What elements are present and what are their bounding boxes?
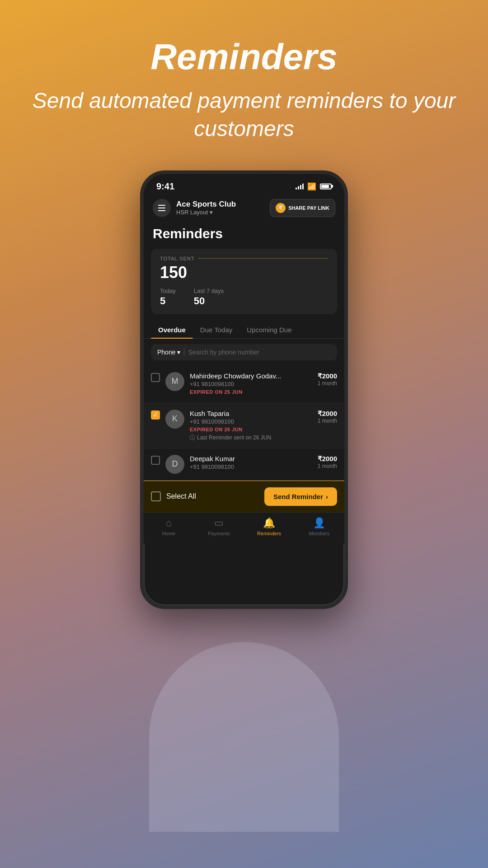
home-icon: ⌂ [166,517,172,529]
customer-1-name: Mahirdeep Chowdary Godav... [190,372,318,380]
bottom-nav: ⌂ Home ▭ Payments 🔔 Reminders 👤 Members [144,512,344,543]
chevron-down-icon: ▾ [210,209,213,216]
stat-today: Today 5 [160,288,176,307]
reminder-text: Last Reminder sent on 26 JUN [197,434,271,441]
customer-2-name: Kush Taparia [190,410,318,417]
customer-2-duration: 1 month [318,418,337,424]
today-value: 5 [160,295,176,307]
customer-2-amount: ₹2000 [318,410,337,418]
customer-3-checkbox[interactable] [151,456,160,465]
stats-divider-line [198,258,328,259]
customer-3-info: Deepak Kumar +91 9810098100 [190,455,318,472]
app-header: Ace Sports Club HSR Layout ▾ ₹ SHARE PAY… [144,195,344,222]
customer-2-phone: +91 9810098100 [190,418,318,425]
customer-2-amount-col: ₹2000 1 month [318,410,337,424]
customer-3-amount: ₹2000 [318,455,337,463]
header-left: Ace Sports Club HSR Layout ▾ [153,199,236,217]
tab-overdue[interactable]: Overdue [151,321,193,338]
nav-payments-label: Payments [208,531,230,536]
customer-1-amount-col: ₹2000 1 month [318,372,337,387]
customer-2-info: Kush Taparia +91 9810098100 EXPIRED ON 2… [190,410,318,442]
customer-item: M Mahirdeep Chowdary Godav... +91 981009… [144,366,344,403]
select-all-label: Select All [166,492,264,500]
tabs-row: Overdue Due Today Upcoming Due [144,321,344,339]
app-content: Reminders TOTAL SENT 150 Today 5 Last 7 … [144,222,344,543]
action-bar: Select All Send Reminder › [144,481,344,512]
customer-1-info: Mahirdeep Chowdary Godav... +91 98100981… [190,372,318,396]
customer-list: M Mahirdeep Chowdary Godav... +91 981009… [144,366,344,481]
last7-value: 50 [194,295,224,307]
search-input[interactable]: Search by phone number [188,349,259,356]
search-divider [184,349,184,356]
promo-subtitle: Send automated payment reminders to your… [27,87,461,143]
customer-3-duration: 1 month [318,463,337,469]
nav-reminders[interactable]: 🔔 Reminders [244,517,294,536]
club-info: Ace Sports Club HSR Layout ▾ [176,200,236,216]
nav-home[interactable]: ⌂ Home [144,517,194,536]
tab-due-today[interactable]: Due Today [193,321,239,338]
page-title: Reminders [153,226,335,241]
customer-1-expired: EXPIRED ON 25 JUN [190,389,318,395]
info-icon: ⓘ [190,434,195,442]
search-row: Phone ▾ Search by phone number [151,344,337,360]
chevron-down-icon: ▾ [177,349,180,356]
stat-last7: Last 7 days 50 [194,288,224,307]
members-icon: 👤 [313,517,325,529]
nav-reminders-label: Reminders [257,531,281,536]
customer-3-phone: +91 9810098100 [190,463,318,470]
arch-decoration [149,642,339,832]
menu-button[interactable] [153,199,171,217]
customer-1-amount: ₹2000 [318,372,337,380]
last7-label: Last 7 days [194,288,224,294]
send-reminder-button[interactable]: Send Reminder › [264,487,337,506]
customer-item: D Deepak Kumar +91 9810098100 ₹2000 1 mo… [144,448,344,481]
hamburger-icon [158,205,165,211]
filter-label: Phone [157,349,175,356]
arrow-icon: › [326,493,328,500]
club-name: Ace Sports Club [176,200,236,209]
nav-members-label: Members [309,531,330,536]
customer-2-avatar: K [165,410,184,429]
stats-total: 150 [160,263,328,282]
share-label: SHARE PAY LINK [288,205,329,211]
today-label: Today [160,288,176,294]
club-location: HSR Layout ▾ [176,209,236,216]
payments-icon: ▭ [214,517,224,529]
customer-3-avatar: D [165,455,184,474]
nav-payments[interactable]: ▭ Payments [194,517,244,536]
promo-title: Reminders [27,36,461,78]
share-pay-link-button[interactable]: ₹ SHARE PAY LINK [270,199,335,217]
stats-row: Today 5 Last 7 days 50 [160,288,328,307]
customer-1-checkbox[interactable] [151,373,160,382]
stats-label: TOTAL SENT [160,256,328,261]
signal-icon [296,183,304,189]
customer-1-avatar: M [165,372,184,391]
promo-section: Reminders Send automated payment reminde… [0,0,488,161]
reminders-icon: 🔔 [263,517,275,529]
phone-filter-dropdown[interactable]: Phone ▾ [157,349,180,356]
phone-mockup: 9:41 📶 [133,170,355,868]
status-time: 9:41 [156,181,174,192]
phone-frame: 9:41 📶 [140,170,348,609]
customer-2-reminder-info: ⓘ Last Reminder sent on 26 JUN [190,434,318,442]
select-all-checkbox[interactable] [151,491,161,501]
tab-upcoming-due[interactable]: Upcoming Due [239,321,299,338]
customer-1-phone: +91 9810098100 [190,381,318,387]
nav-members[interactable]: 👤 Members [294,517,344,536]
status-icons: 📶 [296,182,332,191]
wifi-icon: 📶 [307,182,316,191]
battery-icon [320,184,332,189]
status-bar: 9:41 📶 [144,174,344,195]
nav-home-label: Home [162,531,175,536]
rupee-icon: ₹ [276,203,286,213]
customer-2-checkbox[interactable]: ✓ [151,410,160,420]
customer-1-duration: 1 month [318,380,337,387]
customer-2-expired: EXPIRED ON 26 JUN [190,427,318,432]
customer-3-amount-col: ₹2000 1 month [318,455,337,469]
stats-card: TOTAL SENT 150 Today 5 Last 7 days 50 [151,249,337,314]
page-title-bar: Reminders [144,222,344,249]
customer-item: ✓ K Kush Taparia +91 9810098100 EXPIRED … [144,403,344,448]
send-reminder-label: Send Reminder [273,493,323,500]
checkmark-icon: ✓ [153,411,158,418]
customer-3-name: Deepak Kumar [190,455,318,462]
